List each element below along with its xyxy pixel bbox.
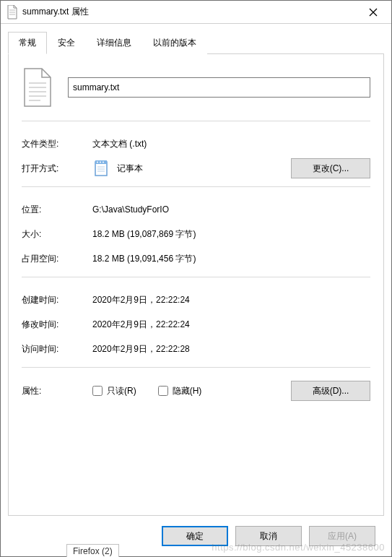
filename-input[interactable] [68, 77, 370, 98]
tab-panel-general: 文件类型: 文本文档 (.txt) 打开方式: [8, 53, 384, 516]
label-attributes: 属性: [22, 385, 92, 397]
tab-details[interactable]: 详细信息 [86, 32, 142, 54]
separator [22, 186, 370, 187]
label-opens-with: 打开方式: [22, 163, 92, 175]
label-location: 位置: [22, 204, 92, 216]
hidden-checkbox[interactable] [158, 386, 168, 396]
properties-dialog: summary.txt 属性 常规 安全 详细信息 以前的版本 [0, 0, 392, 557]
value-location: G:\Java\StudyForIO [92, 204, 169, 215]
value-modified: 2020年2月9日，22:22:24 [92, 319, 190, 331]
tab-strip: 常规 安全 详细信息 以前的版本 [8, 31, 384, 53]
readonly-checkbox[interactable] [92, 386, 103, 396]
separator [22, 367, 370, 368]
svg-point-13 [100, 162, 101, 163]
label-filetype: 文件类型: [22, 138, 92, 150]
file-icon [6, 5, 18, 20]
window-title: summary.txt 属性 [22, 6, 357, 18]
content-area: 常规 安全 详细信息 以前的版本 [1, 24, 391, 556]
file-icon-large [22, 67, 53, 108]
advanced-button[interactable]: 高级(D)... [291, 381, 370, 401]
value-filetype: 文本文档 (.txt) [92, 138, 147, 150]
value-accessed: 2020年2月9日，22:22:28 [92, 343, 190, 355]
value-created: 2020年2月9日，22:22:24 [92, 294, 190, 306]
close-button[interactable] [357, 1, 390, 23]
tab-previous-versions[interactable]: 以前的版本 [142, 32, 207, 54]
hidden-text: 隐藏(H) [173, 385, 202, 397]
titlebar: summary.txt 属性 [1, 1, 391, 24]
dialog-footer: 确定 取消 应用(A) [8, 516, 384, 556]
value-size-on-disk: 18.2 MB (19,091,456 字节) [92, 253, 196, 265]
value-opens-with: 记事本 [117, 163, 143, 175]
hidden-checkbox-label[interactable]: 隐藏(H) [158, 385, 202, 397]
notepad-icon [92, 159, 111, 178]
svg-point-14 [103, 162, 104, 163]
readonly-checkbox-label[interactable]: 只读(R) [92, 385, 136, 397]
label-modified: 修改时间: [22, 319, 92, 331]
separator [22, 277, 370, 277]
close-icon [369, 8, 378, 17]
tab-general[interactable]: 常规 [8, 32, 47, 54]
apply-button[interactable]: 应用(A) [309, 526, 375, 546]
label-size: 大小: [22, 228, 92, 241]
readonly-text: 只读(R) [107, 385, 136, 397]
tab-security[interactable]: 安全 [47, 32, 86, 54]
taskbar-stub: Firefox (2) [66, 544, 119, 557]
value-size: 18.2 MB (19,087,869 字节) [92, 228, 196, 241]
label-size-on-disk: 占用空间: [22, 253, 92, 265]
label-created: 创建时间: [22, 294, 92, 306]
change-button[interactable]: 更改(C)... [291, 158, 370, 178]
label-accessed: 访问时间: [22, 343, 92, 355]
cancel-button[interactable]: 取消 [235, 526, 302, 546]
ok-button[interactable]: 确定 [162, 526, 228, 546]
svg-point-12 [97, 162, 98, 163]
separator [22, 121, 370, 121]
